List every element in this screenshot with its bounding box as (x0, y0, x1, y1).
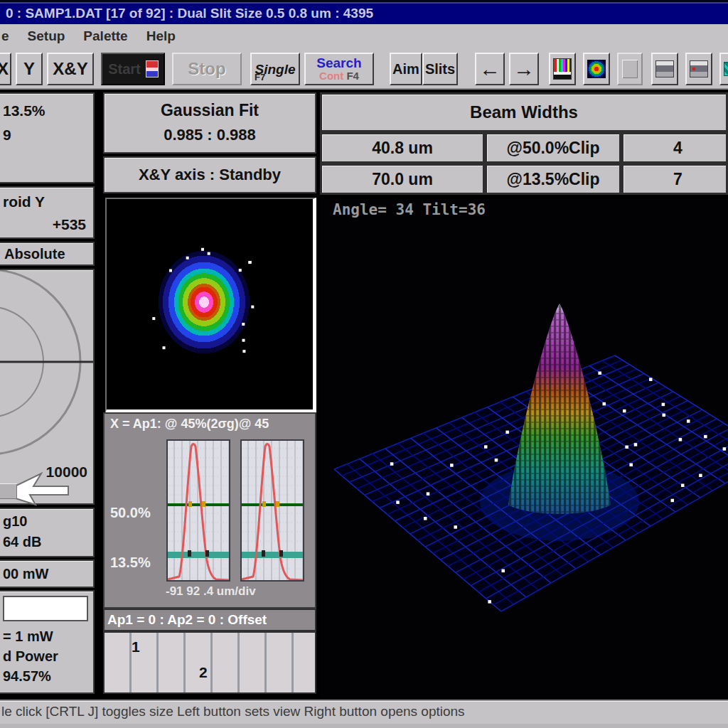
aperture-status-text: Ap1 = 0 : Ap2 = 0 : Offset (107, 612, 267, 627)
single-button[interactable]: Single F7 (250, 53, 300, 85)
palette-icon (553, 58, 572, 80)
x-axis-button[interactable]: X (0, 53, 11, 85)
centroid-value: +535 (0, 216, 86, 233)
aperture-status-bar: Ap1 = 0 : Ap2 = 0 : Offset (103, 609, 316, 631)
title-bar[interactable]: 0 : SAMP1.DAT [17 of 92] : Dual Slit Siz… (0, 0, 728, 24)
clip-50-text: @50.0%Clip (506, 139, 599, 158)
toolbar-separator (165, 51, 172, 87)
stop-button[interactable]: Stop (172, 53, 242, 85)
main-content: 13.5% 9 roid Y +535 Absolute 10000 g10 (0, 90, 728, 700)
ref-line-2: d Power (3, 648, 93, 665)
power-panel: 00 mW (0, 560, 95, 588)
beam-width-50-clip: @50.0%Clip (485, 132, 621, 164)
menu-item-help[interactable]: Help (146, 28, 176, 44)
toolbar-separator (576, 51, 583, 87)
ref-line-3: 94.57% (3, 668, 93, 685)
aim-label: Aim (392, 61, 419, 77)
aperture-marker-1[interactable]: 1 (132, 638, 140, 655)
centroid-label: roid Y (3, 193, 93, 210)
aim-button[interactable]: Aim (390, 53, 422, 85)
gauge-corner-box (0, 483, 17, 499)
pointer-tool-button[interactable] (617, 53, 643, 85)
search-key-label: F4 (346, 70, 359, 82)
print-color-button[interactable] (685, 53, 712, 85)
search-button[interactable]: Search Cont F4 (304, 53, 374, 85)
beam-display-button[interactable] (583, 53, 610, 85)
profile-chart-right (240, 439, 304, 582)
toolbar-separator (678, 51, 685, 87)
start-label: Start (108, 61, 141, 77)
clip-13-text: @13.5%Clip (506, 170, 599, 189)
profile-x-axis-label: -91 92 .4 um/div (166, 584, 256, 599)
clip-level-50-label: 50.0% (110, 505, 151, 521)
step-left-button[interactable]: ← (475, 53, 505, 85)
chart-view-button[interactable] (719, 53, 728, 85)
absolute-header[interactable]: Absolute (0, 242, 95, 266)
aperture-marker-2[interactable]: 2 (199, 664, 208, 681)
printer-color-icon (690, 60, 708, 77)
single-key-label: F7 (255, 72, 265, 82)
beam-width-13-value: 70.0 um (320, 164, 485, 195)
power-value: 00 mW (3, 566, 48, 582)
axis-status-panel: X&Y axis : Standby (103, 156, 316, 193)
beam-3d-view[interactable]: Angle= 34 Tilt=36 (320, 198, 728, 698)
search-cont-label: Cont (319, 70, 343, 82)
gaussian-fit-panel: Gaussian Fit 0.985 : 0.988 (103, 92, 316, 154)
menu-item-palette[interactable]: Palette (83, 28, 127, 44)
status-bar: le click [CRTL J] toggles size Left butt… (0, 700, 728, 724)
width-50-y-text: 4 (673, 139, 682, 158)
slits-button[interactable]: Slits (422, 53, 458, 85)
toolbar-separator (712, 51, 719, 87)
chart-icon (724, 62, 728, 76)
slits-label: Slits (425, 61, 455, 77)
clip-level-13-label: 13.5% (110, 555, 151, 571)
profile-chart-left (166, 439, 230, 582)
clip-width-value: 9 (3, 127, 93, 144)
bottom-strip (0, 724, 728, 728)
menu-item-setup[interactable]: Setup (28, 28, 65, 44)
gauge-dial (0, 270, 93, 462)
power-input[interactable] (3, 596, 88, 621)
start-button[interactable]: Start (101, 53, 165, 85)
xy-axis-button[interactable]: X&Y (47, 53, 94, 85)
aperture-track: 1 2 (103, 631, 316, 694)
beam-width-13-value-y: 7 (621, 164, 728, 195)
beam-width-50-value: 40.8 um (320, 132, 485, 164)
log-label: g10 (3, 513, 93, 530)
profile-panel: X = Ap1: @ 45%(2σg)@ 45 50.0% 13.5% -91 … (103, 412, 316, 609)
xy-axis-label: X&Y (53, 59, 87, 79)
beam-width-50-value-y: 4 (621, 132, 728, 164)
toolbar-separator (539, 51, 549, 87)
y-axis-label: Y (23, 59, 35, 79)
beam-2d-view[interactable] (105, 198, 316, 413)
absolute-label: Absolute (4, 246, 65, 262)
width-13-y-text: 7 (673, 170, 682, 189)
step-right-button[interactable]: → (509, 53, 539, 85)
y-axis-button[interactable]: Y (16, 53, 43, 85)
beam-width-13-clip: @13.5%Clip (485, 164, 621, 195)
print-button[interactable] (651, 53, 678, 85)
toolbar-separator (458, 51, 475, 87)
search-label: Search (316, 56, 361, 70)
menu-item-file-partial[interactable]: e (1, 28, 9, 44)
angle-tilt-annotation: Angle= 34 Tilt=36 (333, 201, 486, 218)
toolbar-separator (374, 51, 390, 87)
menu-bar: e Setup Palette Help (0, 24, 728, 48)
log-scale-panel: g10 64 dB (0, 508, 95, 557)
toolbar-separator (242, 51, 250, 87)
toolbar-separator (94, 51, 101, 87)
clip-width-label: 13.5% (3, 102, 90, 119)
gaussian-fit-values: 0.985 : 0.988 (105, 126, 315, 144)
reference-panel: = 1 mW d Power 94.57% (0, 590, 95, 694)
right-arrow-icon: → (513, 58, 535, 80)
palette-button[interactable] (549, 53, 576, 85)
width-13-text: 70.0 um (372, 170, 433, 189)
width-50-text: 40.8 um (372, 139, 433, 158)
app-window: 0 : SAMP1.DAT [17 of 92] : Dual Slit Siz… (0, 0, 728, 728)
beam-sample-dots (107, 199, 313, 410)
toolbar-separator (610, 51, 617, 87)
red-dot (692, 68, 695, 70)
ref-line-1: = 1 mW (3, 628, 93, 645)
status-text: le click [CRTL J] toggles size Left butt… (1, 704, 465, 719)
toolbar: X Y X&Y Start Stop Single F7 Search Cont… (0, 48, 728, 90)
